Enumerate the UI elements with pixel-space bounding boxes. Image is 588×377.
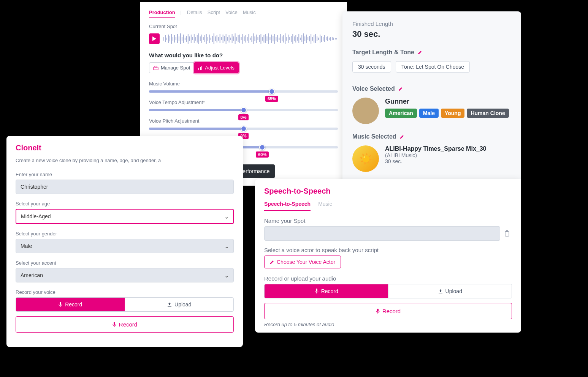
tab-details[interactable]: Details [187,9,202,18]
svg-rect-0 [163,37,164,41]
svg-rect-24 [200,36,201,41]
music-artist: (ALIBI Music) [385,152,486,158]
svg-rect-125 [505,231,509,236]
svg-rect-87 [295,35,296,43]
edit-music-button[interactable] [399,134,405,139]
svg-rect-66 [263,35,264,43]
svg-rect-122 [168,306,171,307]
accent-select[interactable]: American [16,268,234,282]
svg-rect-61 [256,35,257,43]
svg-rect-81 [286,37,287,41]
tag-male: Male [419,109,439,118]
speech-upload-toggle[interactable]: Upload [388,284,512,298]
svg-rect-50 [239,35,240,43]
cloneit-title: CloneIt [16,144,234,152]
svg-rect-57 [250,38,251,40]
speech-record-toggle[interactable]: Record [265,284,388,298]
music-volume-label: Music Volume [149,81,338,87]
target-length-chip[interactable]: 30 seconds [352,61,391,73]
svg-rect-92 [303,33,304,44]
svg-rect-76 [279,38,279,40]
svg-rect-36 [218,37,219,41]
record-button[interactable]: Record [16,316,234,333]
svg-rect-23 [198,33,199,44]
svg-rect-84 [291,36,292,42]
waveform[interactable] [163,32,338,45]
svg-rect-22 [197,35,198,43]
finished-length-value: 30 sec. [352,29,511,39]
svg-rect-129 [439,293,442,293]
toolbox-icon [153,66,158,70]
svg-rect-103 [320,35,320,43]
svg-rect-83 [289,37,290,40]
svg-rect-31 [211,38,211,40]
svg-rect-26 [203,37,204,40]
svg-rect-12 [182,37,182,41]
tab-speech-music[interactable]: Music [318,201,332,211]
svg-rect-111 [332,37,333,40]
tab-production[interactable]: Production [149,9,175,18]
music-volume-badge: 65% [265,96,278,102]
svg-rect-55 [247,37,248,41]
tag-american: American [385,109,417,118]
choose-voice-actor-button[interactable]: Choose Your Voice Actor [264,256,341,268]
voice-tempo-slider[interactable]: Voice Tempo Adjustment* 0% [149,99,338,111]
music-length: 30 sec. [385,158,486,164]
music-artwork: ☀️ [352,145,379,172]
name-input[interactable] [16,180,234,194]
svg-rect-95 [307,37,308,40]
upload-toggle-button[interactable]: Upload [125,298,234,311]
svg-rect-85 [292,34,293,44]
svg-rect-45 [232,34,233,43]
svg-rect-77 [280,34,281,43]
svg-rect-25 [201,35,202,43]
clipboard-button[interactable] [504,226,512,237]
target-tone-chip[interactable]: Tone: Let Spot On Choose [396,61,470,73]
edit-target-button[interactable] [417,50,423,55]
svg-rect-94 [306,35,307,43]
speech-tabs: Speech-to-Speech Music [264,201,512,211]
svg-rect-123 [114,322,115,325]
name-spot-input[interactable] [264,226,500,241]
svg-rect-113 [335,38,336,39]
age-select[interactable]: Middle-Aged [16,209,234,224]
svg-rect-8 [176,37,176,40]
svg-rect-108 [327,36,328,41]
svg-rect-80 [285,33,285,44]
speech-title: Speech-to-Speech [264,187,512,196]
svg-rect-2 [166,38,167,40]
speech-record-button[interactable]: Record [264,303,512,319]
svg-rect-14 [185,38,185,40]
voice-selected-row: Gunner American Male Young Human Clone [352,98,511,124]
pencil-icon [398,86,403,91]
music-name: ALIBI-Happy Times_Sparse Mix_30 [385,145,486,152]
tab-speech-to-speech[interactable]: Speech-to-Speech [264,201,311,211]
edit-voice-button[interactable] [398,86,403,91]
svg-rect-98 [312,37,313,41]
gender-select[interactable]: Male [16,239,234,253]
play-button[interactable] [149,33,160,44]
music-selected-heading: Music Selected [352,133,511,140]
svg-rect-79 [283,35,284,43]
svg-rect-54 [246,35,246,43]
tab-music[interactable]: Music [243,9,256,18]
tab-script[interactable]: Script [208,9,220,18]
svg-rect-104 [321,36,322,42]
svg-rect-28 [206,34,207,44]
record-toggle-button[interactable]: Record [16,298,125,311]
svg-rect-117 [198,68,199,70]
svg-rect-69 [268,33,269,44]
tab-voice[interactable]: Voice [225,9,238,18]
svg-rect-15 [186,36,187,42]
target-length-heading: Target Length & Tone [352,49,511,56]
manage-spot-button[interactable]: Manage Spot [149,62,194,73]
svg-rect-30 [209,35,210,43]
svg-rect-21 [195,37,196,41]
music-volume-slider[interactable]: Music Volume 65% [149,81,338,93]
svg-rect-56 [249,34,249,43]
adjust-levels-button[interactable]: Adjust Levels [194,62,238,73]
svg-rect-11 [180,33,181,44]
svg-rect-51 [241,37,242,40]
record-upload-toggle: Record Upload [16,297,234,312]
svg-rect-62 [257,37,258,40]
